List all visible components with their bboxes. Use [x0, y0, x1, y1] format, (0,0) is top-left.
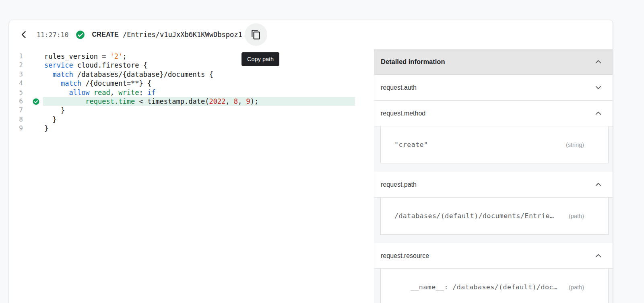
section-value-card: __name__: /databases/(default)/doc…(path… [380, 269, 609, 303]
chevron-up-icon [595, 254, 601, 258]
section-header-request.auth[interactable]: request.auth [374, 75, 613, 101]
topbar: 11:27:10 CREATE /Entries/v1uJxXb6K1KWwDb… [9, 20, 613, 49]
code-text: service cloud.firestore { [44, 61, 147, 70]
section-value: /databases/(default)/documents/Entrie… [394, 212, 554, 220]
line-number: 8 [9, 115, 23, 124]
code-text: } [44, 124, 48, 133]
copy-icon [251, 29, 261, 40]
chevron-up-icon [595, 60, 601, 64]
section-label: request.resource [381, 252, 429, 260]
chevron-left-icon [19, 30, 29, 39]
chevron-down-icon [595, 86, 601, 89]
details-sections: request.authrequest.method"create"(strin… [374, 75, 613, 303]
value-type-label: (path) [569, 284, 584, 291]
section-value-card: "create"(string) [380, 126, 609, 163]
code-line-5[interactable]: 5 allow read, write: if [9, 88, 374, 97]
code-line-9[interactable]: 9} [9, 124, 374, 133]
section-label: request.auth [381, 84, 417, 91]
code-line-4[interactable]: 4 match /{document=**} { [9, 79, 374, 88]
chevron-up-icon [595, 111, 601, 115]
code-lines: 1rules_version = '2';2service cloud.fire… [9, 52, 374, 133]
line-number: 5 [9, 88, 23, 97]
value-type-label: (path) [569, 213, 584, 219]
request-document-path: /Entries/v1uJxXb6K1KWwDbspoz1 [123, 31, 242, 39]
code-line-6[interactable]: 6 request.time < timestamp.date(2022, 8,… [9, 97, 374, 106]
section-header-request.path[interactable]: request.path [374, 172, 613, 198]
section-request.auth: request.auth [374, 75, 613, 101]
code-line-7[interactable]: 7 } [9, 106, 374, 115]
line-number: 7 [9, 106, 23, 115]
chevron-up-icon [595, 183, 601, 186]
section-request.path: request.path/databases/(default)/documen… [374, 172, 613, 235]
section-request.method: request.method"create"(string) [374, 101, 613, 163]
details-title: Detailed information [381, 58, 445, 66]
code-text: rules_version = '2'; [44, 52, 127, 61]
detailed-information-panel: Detailed information request.authrequest… [374, 49, 613, 303]
value-type-label: (string) [566, 142, 584, 148]
section-header-request.method[interactable]: request.method [374, 101, 613, 126]
code-text: } [44, 115, 57, 124]
line-number: 6 [9, 97, 23, 106]
section-value: __name__: /databases/(default)/doc… [411, 283, 557, 291]
request-method-label: CREATE [92, 31, 118, 38]
code-line-3[interactable]: 3 match /databases/{database}/documents … [9, 70, 374, 79]
section-request.resource: request.resource__name__: /databases/(de… [374, 243, 613, 303]
detailed-information-header[interactable]: Detailed information [374, 49, 613, 75]
code-line-1[interactable]: 1rules_version = '2'; [9, 52, 374, 61]
rules-code-editor[interactable]: 1rules_version = '2';2service cloud.fire… [9, 49, 374, 303]
section-label: request.path [381, 181, 417, 188]
gutter [23, 98, 44, 105]
section-value-card: /databases/(default)/documents/Entrie…(p… [380, 198, 609, 235]
line-number: 3 [9, 70, 23, 79]
code-text: match /databases/{database}/documents { [44, 70, 213, 79]
copy-path-button[interactable] [245, 23, 267, 46]
line-number: 4 [9, 79, 23, 88]
copy-path-tooltip: Copy path [242, 52, 279, 66]
code-text: allow read, write: if [44, 88, 155, 97]
success-check-icon [75, 30, 85, 40]
line-number: 2 [9, 61, 23, 70]
line-number: 9 [9, 124, 23, 133]
code-line-8[interactable]: 8 } [9, 115, 374, 124]
back-button[interactable] [16, 27, 32, 43]
request-detail-card: 11:27:10 CREATE /Entries/v1uJxXb6K1KWwDb… [9, 20, 613, 303]
content: 1rules_version = '2';2service cloud.fire… [9, 49, 613, 303]
code-text: match /{document=**} { [44, 79, 151, 88]
section-value: "create" [394, 141, 428, 148]
section-label: request.method [381, 110, 425, 117]
code-text: request.time < timestamp.date(2022, 8, 9… [43, 97, 355, 106]
code-text: } [44, 106, 65, 115]
line-number: 1 [9, 52, 23, 61]
code-line-2[interactable]: 2service cloud.firestore { [9, 61, 374, 70]
section-header-request.resource[interactable]: request.resource [374, 243, 613, 269]
line-success-check-icon [32, 98, 40, 105]
request-timestamp: 11:27:10 [37, 31, 68, 39]
